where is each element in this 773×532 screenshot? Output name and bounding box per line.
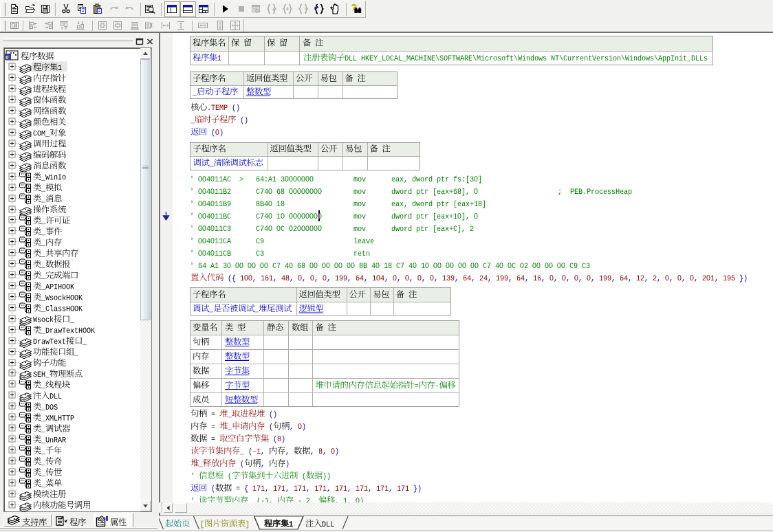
svg-text:e: e (6, 53, 9, 60)
